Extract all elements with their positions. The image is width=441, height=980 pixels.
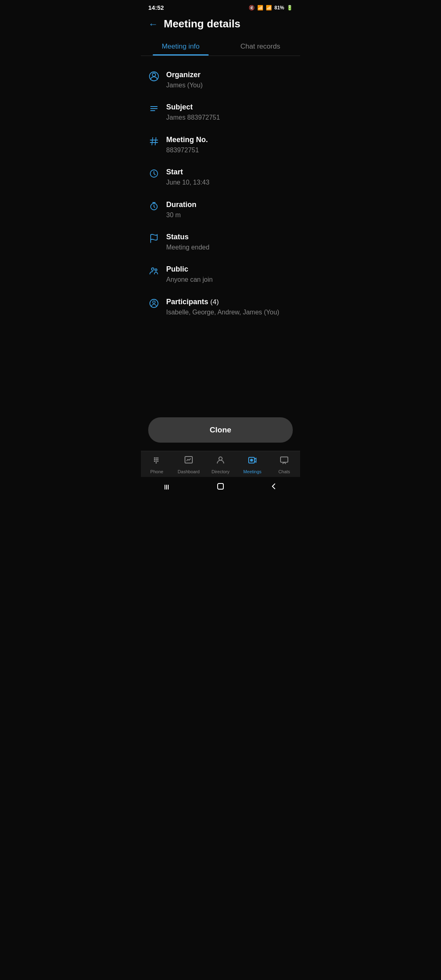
chats-label: Chats — [278, 469, 290, 474]
svg-rect-23 — [154, 461, 155, 462]
subject-value: James 883972751 — [166, 113, 293, 122]
participants-label: Participants (4) — [166, 298, 293, 306]
duration-icon — [148, 201, 160, 211]
meetings-icon — [247, 455, 257, 468]
meeting-no-content: Meeting No. 883972751 — [166, 136, 293, 155]
chats-icon — [279, 455, 289, 468]
meeting-no-icon — [148, 136, 160, 146]
organizer-content: Organizer James (You) — [166, 71, 293, 90]
status-bar: 14:52 🔇 📶 📶 81% 🔋 — [141, 0, 300, 13]
svg-rect-35 — [218, 483, 223, 489]
back-button[interactable]: ← — [148, 19, 158, 29]
meeting-no-label: Meeting No. — [166, 136, 293, 144]
svg-rect-24 — [156, 461, 157, 462]
svg-line-5 — [152, 138, 153, 145]
svg-point-30 — [251, 459, 253, 461]
status-field-value: Meeting ended — [166, 243, 293, 252]
clone-button-container: Clone — [141, 409, 300, 451]
duration-item: Duration 30 m — [148, 194, 293, 226]
signal-icon: 📶 — [266, 5, 272, 11]
start-content: Start June 10, 13:43 — [166, 168, 293, 187]
svg-rect-19 — [157, 457, 158, 459]
phone-icon — [152, 455, 162, 468]
dashboard-icon — [184, 455, 194, 468]
page-title: Meeting details — [164, 18, 241, 30]
svg-point-16 — [153, 301, 155, 303]
public-item: Public Anyone can join — [148, 258, 293, 291]
organizer-icon — [148, 71, 160, 81]
meeting-no-item: Meeting No. 883972751 — [148, 129, 293, 161]
svg-rect-18 — [156, 457, 157, 459]
status-item: Status Meeting ended — [148, 226, 293, 258]
phone-label: Phone — [150, 469, 163, 474]
nav-phone[interactable]: Phone — [141, 455, 173, 474]
tab-chat-records[interactable]: Chat records — [220, 37, 300, 56]
directory-label: Directory — [212, 469, 229, 474]
tab-bar: Meeting info Chat records — [141, 37, 300, 56]
meeting-info-content: Organizer James (You) Subject James 8839… — [141, 60, 300, 327]
participants-icon — [148, 298, 160, 308]
start-item: Start June 10, 13:43 — [148, 161, 293, 194]
battery-icon: 🔋 — [287, 5, 293, 11]
meetings-label: Meetings — [243, 469, 262, 474]
subject-item: Subject James 883972751 — [148, 96, 293, 129]
public-content: Public Anyone can join — [166, 265, 293, 284]
system-nav — [141, 477, 300, 497]
directory-icon — [216, 455, 225, 468]
status-icons: 🔇 📶 📶 81% 🔋 — [249, 5, 293, 11]
meeting-no-value: 883972751 — [166, 146, 293, 155]
nav-chats[interactable]: Chats — [268, 455, 300, 474]
tab-meeting-info[interactable]: Meeting info — [141, 37, 220, 56]
svg-point-28 — [219, 457, 222, 460]
svg-point-0 — [152, 73, 156, 76]
svg-rect-26 — [156, 462, 157, 463]
duration-value: 30 m — [166, 211, 293, 220]
nav-meetings[interactable]: Meetings — [236, 455, 268, 474]
status-icon — [148, 234, 160, 243]
duration-label: Duration — [166, 200, 293, 209]
public-icon — [148, 266, 160, 276]
svg-point-14 — [155, 269, 157, 271]
mute-icon: 🔇 — [249, 5, 255, 11]
start-label: Start — [166, 168, 293, 176]
svg-rect-25 — [157, 461, 158, 462]
public-label: Public — [166, 265, 293, 274]
svg-point-13 — [151, 268, 154, 270]
organizer-label: Organizer — [166, 71, 293, 79]
svg-rect-31 — [281, 457, 288, 462]
public-value: Anyone can join — [166, 275, 293, 284]
nav-dashboard[interactable]: Dashboard — [173, 455, 205, 474]
subject-icon — [148, 104, 160, 114]
status-content: Status Meeting ended — [166, 233, 293, 252]
start-icon — [148, 169, 160, 178]
status-field-label: Status — [166, 233, 293, 241]
home-button[interactable] — [216, 482, 225, 492]
dashboard-label: Dashboard — [178, 469, 200, 474]
svg-rect-22 — [157, 459, 158, 460]
header: ← Meeting details — [141, 13, 300, 37]
svg-rect-20 — [154, 459, 155, 460]
subject-label: Subject — [166, 103, 293, 111]
recent-apps-button[interactable] — [163, 482, 172, 492]
participants-item: Participants (4) Isabelle, George, Andre… — [148, 291, 293, 323]
bottom-nav: Phone Dashboard Directory — [141, 451, 300, 477]
participants-content: Participants (4) Isabelle, George, Andre… — [166, 298, 293, 317]
svg-rect-17 — [154, 457, 155, 459]
subject-content: Subject James 883972751 — [166, 103, 293, 122]
nav-directory[interactable]: Directory — [205, 455, 236, 474]
svg-line-6 — [155, 138, 156, 145]
start-value: June 10, 13:43 — [166, 178, 293, 187]
wifi-icon: 📶 — [257, 5, 263, 11]
svg-rect-21 — [156, 459, 157, 460]
battery-text: 81% — [274, 5, 284, 11]
organizer-item: Organizer James (You) — [148, 64, 293, 96]
status-time: 14:52 — [148, 4, 164, 11]
organizer-value: James (You) — [166, 81, 293, 90]
participants-value: Isabelle, George, Andrew, James (You) — [166, 308, 293, 317]
duration-content: Duration 30 m — [166, 200, 293, 220]
back-sys-button[interactable] — [269, 482, 278, 492]
clone-button[interactable]: Clone — [148, 417, 293, 443]
info-list: Organizer James (You) Subject James 8839… — [141, 60, 300, 327]
